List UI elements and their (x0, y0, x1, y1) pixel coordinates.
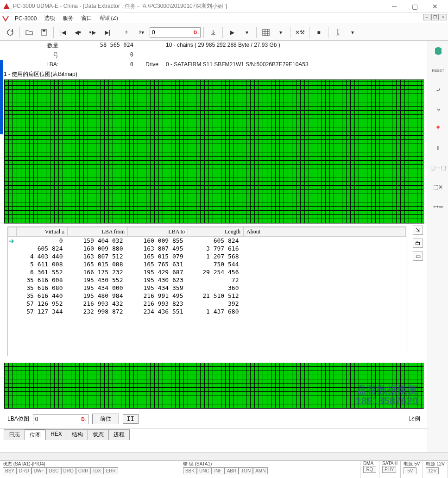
pc3000-logo-icon (2, 15, 9, 22)
flag-ton: TON (239, 467, 253, 474)
flag-dsc: DSC (46, 467, 61, 474)
qty-label: 数量 (4, 42, 64, 50)
stop-button[interactable]: ■ (312, 26, 325, 39)
reset-icon[interactable]: RESET (432, 64, 445, 77)
tab-bitmap[interactable]: 位图 (25, 429, 46, 440)
window-title: PC-3000 UDMA-E - China - [Data Extractor… (13, 2, 384, 10)
mdi-restore-button[interactable]: ❐ (431, 14, 439, 20)
flag-err: ERR (104, 467, 118, 474)
db-icon[interactable] (432, 44, 445, 57)
col-length[interactable]: Length (188, 227, 244, 237)
background-window-edge (0, 42, 3, 366)
last-button[interactable]: ▶| (101, 26, 114, 39)
flag-amn: AMN (253, 467, 268, 474)
tab-hex[interactable]: HEX (45, 429, 67, 440)
table-row[interactable]: 4 403 440163 807 512165 015 0791 207 568 (8, 252, 406, 260)
exit-button[interactable]: 🚶 (331, 26, 344, 39)
step-fwd-icon[interactable]: ⤿ (432, 103, 445, 116)
sector-bitmap-top[interactable] (4, 79, 424, 224)
menu-help[interactable]: 帮助(Z) (96, 13, 121, 23)
right-rail: RESET ⤾ ⤿ 📍 II ⬚→⬚ ⬚✕ ⊶═ (428, 41, 448, 452)
tab-status[interactable]: 状态 (88, 429, 109, 440)
table-row[interactable]: 5 611 008165 015 088165 765 631750 544 (8, 260, 406, 268)
lba-bitmap-input[interactable] (33, 414, 88, 424)
tab-struct[interactable]: 结构 (67, 429, 88, 440)
export-one-button[interactable]: ⇲ (413, 226, 423, 235)
save-button[interactable] (38, 26, 50, 39)
mdi-minimize-button[interactable]: – (423, 14, 430, 20)
maximize-button[interactable]: ▢ (404, 0, 425, 13)
flag-12v: 12V (426, 467, 439, 474)
titlebar: PC-3000 UDMA-E - China - [Data Extractor… (0, 0, 448, 13)
ratio-label: 比例 (409, 415, 420, 423)
app-name: PC-3000 (11, 14, 40, 23)
flag-inf: INF (212, 467, 225, 474)
close-button[interactable]: ✕ (425, 0, 445, 13)
tab-log[interactable]: 日志 (4, 429, 25, 440)
bitmap-panel-label: 1 - 使用的扇区位图(从Bitmap) (4, 70, 424, 78)
refresh-button[interactable] (4, 26, 17, 39)
flag-unc: UNC (197, 467, 212, 474)
grid-button[interactable]: ♯ (120, 26, 133, 39)
menu-service[interactable]: 服务 (59, 13, 77, 23)
lba-bitmap-label: LBA位图 (7, 415, 29, 423)
menu-window[interactable]: 窗口 (77, 13, 96, 23)
pause-button[interactable]: II (123, 414, 139, 424)
table-row[interactable]: 605 824160 009 880163 807 4953 797 616 (8, 245, 406, 252)
table-row[interactable]: 57 127 344232 998 872234 436 5511 437 68… (8, 308, 406, 315)
exit-dropdown[interactable]: ▾ (346, 26, 359, 39)
pause-icon[interactable]: II (432, 142, 445, 155)
tools-button[interactable]: ✕⚒ (293, 26, 306, 39)
pin-icon[interactable]: 📍 (432, 122, 445, 135)
open-folder-button[interactable]: 🗀 (413, 239, 423, 248)
col-lba-from[interactable]: LBA from (68, 227, 128, 237)
col-virtual[interactable]: Virtual ▵ (17, 227, 68, 237)
flag-dwf: DWF (32, 467, 47, 474)
table-row[interactable]: 35 616 440195 480 984216 991 49521 510 5… (8, 292, 406, 300)
minimize-button[interactable]: ─ (384, 0, 404, 13)
play-dropdown-button[interactable]: ▾ (240, 26, 253, 39)
table-row[interactable]: 0159 404 032160 009 855605 824 (8, 237, 406, 245)
grid-dropdown-button[interactable]: ♯▾ (135, 26, 148, 39)
first-button[interactable]: |◀ (57, 26, 69, 39)
col-lba-to[interactable]: LBA to (128, 227, 188, 237)
flag-abr: ABR (225, 467, 239, 474)
copy-button[interactable]: ▭ (413, 252, 423, 261)
export-button[interactable] (207, 26, 220, 39)
open-button[interactable] (23, 26, 36, 39)
map-grid-dropdown[interactable]: ▾ (274, 26, 287, 39)
table-row[interactable]: 35 616 008195 430 552195 430 62372 (8, 276, 406, 284)
disconnect-icon[interactable]: ⬚✕ (432, 181, 445, 194)
qty-extra: 10 - chains ( 29 985 292 288 Byte / 27.9… (166, 42, 424, 50)
chain-table[interactable]: ➔ Virtual ▵ LBA from LBA to Length About… (7, 226, 406, 356)
address-input[interactable] (150, 27, 201, 38)
next-button[interactable]: ■▶ (86, 26, 99, 39)
mdi-close-button[interactable]: × (440, 14, 447, 20)
table-row[interactable]: 35 616 080195 434 000195 434 359360 (8, 284, 406, 292)
num-label: 号 (4, 51, 64, 59)
sata2-group-title: SATA-II (382, 461, 398, 466)
sector-bitmap-bottom[interactable]: 盘首数据恢复 18913587620 (4, 363, 424, 409)
current-row-icon: ➔ (9, 237, 14, 245)
status-group-title: 状态 (SATA1)-[PIO4] (3, 461, 177, 467)
table-row[interactable]: 6 361 552166 175 232195 429 68729 254 45… (8, 268, 406, 276)
watermark: 盘首数据恢复 18913587620 (355, 384, 418, 407)
flag-bbk: BBK (183, 467, 197, 474)
menu-options[interactable]: 选项 (40, 13, 59, 23)
prev-button[interactable]: ◀■ (71, 26, 84, 39)
app-logo-icon (3, 3, 10, 10)
map-grid-button[interactable] (259, 26, 272, 39)
connector-icon[interactable]: ⊶═ (432, 200, 445, 213)
table-row[interactable]: 57 126 952216 993 432216 993 823392 (8, 300, 406, 308)
play-button[interactable]: ▶ (226, 26, 239, 39)
col-about[interactable]: About (244, 227, 406, 237)
goto-button[interactable]: 前往 (92, 414, 119, 424)
link-icon[interactable]: ⬚→⬚ (432, 161, 445, 174)
flag-rq: RQ (363, 466, 376, 473)
step-back-icon[interactable]: ⤾ (432, 83, 445, 96)
flag-drq: DRQ (61, 467, 76, 474)
flag-crr: CRR (76, 467, 91, 474)
tab-process[interactable]: 进程 (108, 429, 130, 440)
pw5-group-title: 电源 5V (404, 461, 420, 467)
status-bar (0, 452, 448, 460)
